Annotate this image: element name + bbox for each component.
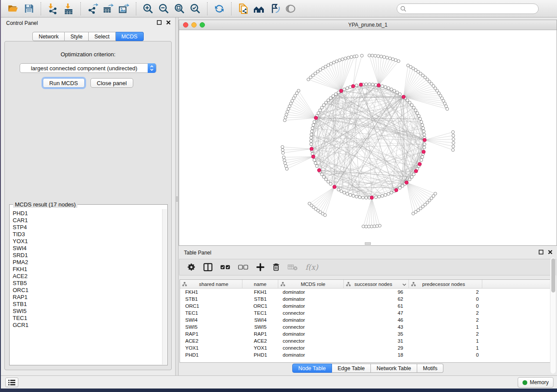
table-cell[interactable]: dominator: [278, 303, 344, 309]
table-row[interactable]: RAP1RAP1dominator352: [180, 330, 555, 337]
mcds-result-item[interactable]: FKH1: [13, 266, 162, 273]
table-cell[interactable]: SWI5: [242, 323, 278, 330]
close-window-button[interactable]: [183, 22, 188, 28]
table-cell[interactable]: dominator: [278, 316, 344, 323]
table-cell[interactable]: 46: [344, 316, 409, 323]
table-cell[interactable]: YOX1: [180, 344, 242, 351]
table-cell[interactable]: 96: [344, 289, 409, 296]
table-cell[interactable]: TEC1: [180, 309, 242, 316]
mcds-result-item[interactable]: RAP1: [13, 294, 162, 301]
table-cell[interactable]: STB1: [242, 296, 278, 303]
zoom-fit-icon[interactable]: [173, 2, 186, 15]
table-cell[interactable]: connector: [278, 344, 344, 351]
table-cell[interactable]: 2: [409, 316, 482, 323]
tab-motifs[interactable]: Motifs: [417, 364, 443, 373]
table-cell[interactable]: 18: [344, 351, 409, 358]
network-graph[interactable]: [179, 30, 557, 245]
table-row[interactable]: SWI5SWI5connector431: [180, 323, 555, 330]
table-cell[interactable]: 31: [344, 337, 409, 344]
table-cell[interactable]: connector: [278, 309, 344, 316]
tab-network-table[interactable]: Network Table: [371, 364, 417, 373]
table-row[interactable]: YOX1YOX1connector291: [180, 344, 555, 351]
add-column-icon[interactable]: [256, 263, 265, 272]
table-cell[interactable]: ORC1: [180, 303, 242, 309]
table-cell[interactable]: RAP1: [180, 330, 242, 337]
float-table-panel-icon[interactable]: [539, 250, 543, 254]
mcds-result-item[interactable]: SWI5: [13, 308, 162, 315]
mcds-result-item[interactable]: ORC1: [13, 287, 162, 294]
column-visibility-icon[interactable]: [203, 263, 213, 272]
tab-edge-table[interactable]: Edge Table: [332, 364, 371, 373]
import-network-icon[interactable]: [46, 2, 59, 15]
tab-select[interactable]: Select: [89, 32, 116, 41]
table-cell[interactable]: dominator: [278, 296, 344, 303]
table-cell[interactable]: 35: [344, 330, 409, 337]
search-field[interactable]: [397, 3, 539, 14]
table-cell[interactable]: YOX1: [242, 344, 278, 351]
minimize-window-button[interactable]: [191, 22, 197, 28]
column-header-predecessor-nodes[interactable]: predecessor nodes: [409, 280, 482, 288]
table-cell[interactable]: 1: [409, 337, 482, 344]
zoom-in-icon[interactable]: [142, 2, 155, 15]
delete-column-icon[interactable]: [272, 263, 280, 272]
table-cell[interactable]: 47: [344, 309, 409, 316]
column-header-name[interactable]: name: [242, 280, 278, 288]
table-cell[interactable]: connector: [278, 323, 344, 330]
table-cell[interactable]: 0: [409, 296, 482, 303]
mcds-result-item[interactable]: STB1: [13, 301, 162, 308]
mcds-result-item[interactable]: GCR1: [13, 322, 162, 329]
table-cell[interactable]: FKH1: [180, 289, 242, 296]
table-row[interactable]: FKH1FKH1dominator962: [180, 289, 555, 296]
tab-network[interactable]: Network: [32, 32, 65, 41]
column-header-successor-nodes[interactable]: successor nodes: [344, 280, 409, 288]
result-list-scrollbar[interactable]: [162, 209, 167, 364]
horizontal-split-grip[interactable]: [365, 242, 371, 245]
mcds-result-item[interactable]: SWI4: [13, 245, 162, 252]
mcds-result-item[interactable]: ACE2: [13, 273, 162, 280]
table-cell[interactable]: SWI5: [180, 323, 242, 330]
table-row[interactable]: STB1STB1dominator620: [180, 296, 555, 303]
table-row[interactable]: SWI4SWI4dominator462: [180, 316, 555, 323]
export-table-icon[interactable]: [102, 2, 115, 15]
criterion-dropdown[interactable]: largest connected component (undirected): [20, 63, 156, 73]
table-cell[interactable]: SWI4: [180, 316, 242, 323]
export-network-icon[interactable]: [86, 2, 99, 15]
close-panel-icon[interactable]: [166, 20, 171, 25]
table-row[interactable]: TEC1TEC1connector472: [180, 309, 555, 316]
zoom-out-icon[interactable]: [157, 2, 170, 15]
home-layouts-icon[interactable]: [253, 2, 266, 15]
select-all-icon[interactable]: [220, 264, 231, 271]
mcds-result-item[interactable]: STP4: [13, 224, 162, 231]
tab-mcds[interactable]: MCDS: [116, 32, 144, 41]
table-cell[interactable]: PHD1: [242, 351, 278, 358]
deselect-all-icon[interactable]: [238, 264, 249, 271]
table-cell[interactable]: 0: [409, 303, 482, 309]
table-cell[interactable]: ACE2: [180, 337, 242, 344]
column-header-mcds-role[interactable]: MCDS role: [278, 280, 344, 288]
close-table-panel-icon[interactable]: [548, 250, 553, 254]
table-cell[interactable]: 1: [409, 323, 482, 330]
table-scrollbar[interactable]: [550, 258, 556, 374]
memory-button[interactable]: Memory: [518, 377, 554, 388]
table-settings-gear-icon[interactable]: [187, 263, 196, 272]
table-cell[interactable]: SWI4: [242, 316, 278, 323]
table-scrollbar-thumb[interactable]: [551, 258, 555, 292]
zoom-selected-icon[interactable]: [189, 2, 202, 15]
network-canvas[interactable]: [179, 30, 557, 245]
tab-node-table[interactable]: Node Table: [292, 364, 332, 373]
table-cell[interactable]: dominator: [278, 351, 344, 358]
table-cell[interactable]: dominator: [278, 289, 344, 296]
network-window-titlebar[interactable]: YPA_prune.txt_1: [179, 20, 557, 30]
table-cell[interactable]: 29: [344, 344, 409, 351]
table-cell[interactable]: 2: [409, 309, 482, 316]
table-cell[interactable]: 0: [409, 351, 482, 358]
mcds-result-list[interactable]: PHD1CAR1STP4TID3YOX1SWI4SRD1PMA2FKH1ACE2…: [10, 209, 162, 364]
mcds-result-item[interactable]: TID3: [13, 231, 162, 238]
panel-split-divider[interactable]: [175, 17, 179, 375]
clone-network-icon[interactable]: [237, 2, 250, 15]
mcds-result-item[interactable]: CAR1: [13, 217, 162, 224]
mcds-result-item[interactable]: SRD1: [13, 252, 162, 259]
table-cell[interactable]: FKH1: [242, 289, 278, 296]
refresh-icon[interactable]: [213, 2, 226, 15]
table-cell[interactable]: 2: [409, 289, 482, 296]
